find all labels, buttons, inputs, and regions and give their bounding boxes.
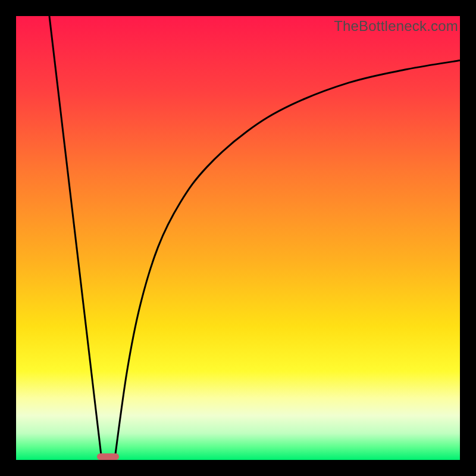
plot-area — [16, 16, 460, 460]
watermark-text: TheBottleneck.com — [334, 18, 458, 35]
bottleneck-marker — [97, 453, 119, 460]
curve-layer — [16, 16, 460, 460]
chart-container: TheBottleneck.com — [0, 0, 476, 476]
left-line — [49, 16, 102, 460]
right-curve — [115, 61, 460, 460]
